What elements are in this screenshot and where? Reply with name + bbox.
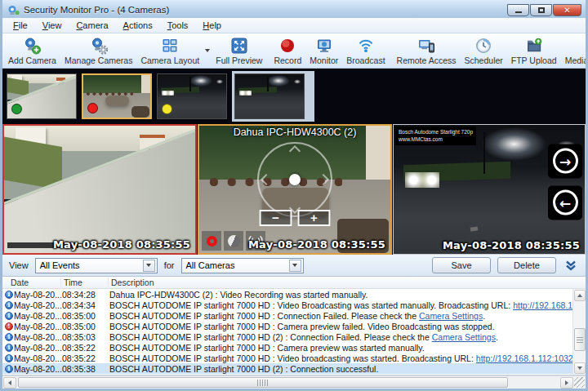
- event-row[interactable]: i May-08-20... 08:35:03 BOSCH AUTODOME I…: [2, 331, 572, 342]
- scroll-right-arrow-icon[interactable]: [560, 377, 573, 389]
- ptz-up-icon[interactable]: [289, 144, 301, 156]
- event-type-select[interactable]: All Events: [35, 258, 158, 273]
- info-icon: i: [5, 291, 13, 299]
- broadcast-icon: [357, 37, 375, 55]
- info-icon: i: [5, 301, 13, 309]
- event-row[interactable]: i May-08-20... 08:34:28 Dahua IPC-HDW430…: [2, 289, 572, 300]
- status-dot-green: [11, 104, 22, 114]
- info-icon: i: [5, 354, 13, 362]
- toolbar-label: Remote Access: [397, 56, 457, 65]
- column-header-description[interactable]: Description: [109, 278, 572, 287]
- menu-camera[interactable]: Camera: [69, 19, 115, 32]
- column-header-time[interactable]: Time: [61, 278, 109, 287]
- status-dot-red: [87, 103, 98, 113]
- scheduler-button[interactable]: Scheduler: [461, 34, 507, 67]
- event-row[interactable]: i May-08-20... 08:35:22 BOSCH AUTODOME I…: [2, 353, 572, 363]
- thumbnail-highlight-frame: [232, 71, 314, 122]
- menu-actions[interactable]: Actions: [116, 19, 160, 32]
- night-mode-button[interactable]: [224, 231, 243, 251]
- vertical-scrollbar-thumb[interactable]: [574, 328, 586, 351]
- zoom-out-button[interactable]: −: [260, 210, 292, 226]
- record-ring-icon: [207, 236, 217, 247]
- window-resize-grip[interactable]: [574, 377, 585, 388]
- full-preview-icon: [230, 37, 248, 55]
- thumbnail-street-night[interactable]: [157, 73, 227, 119]
- horizontal-scrollbar-thumb[interactable]: [18, 377, 508, 388]
- toolbar-label: Scheduler: [465, 56, 503, 65]
- full-preview-button[interactable]: Full Preview: [212, 34, 266, 67]
- broadcast-url-link[interactable]: http://192.168.1.112:1032: [476, 353, 572, 363]
- event-row[interactable]: ! May-08-20... 08:35:00 BOSCH AUTODOME I…: [2, 321, 572, 331]
- camera-layout-button[interactable]: Camera Layout: [136, 34, 203, 67]
- event-type-value: All Events: [40, 260, 80, 270]
- view-label: View: [9, 260, 29, 270]
- horizontal-scrollbar[interactable]: [2, 375, 586, 389]
- event-rows: i May-08-20... 08:34:28 Dahua IPC-HDW430…: [2, 289, 572, 375]
- minimize-button[interactable]: [507, 4, 529, 16]
- record-button[interactable]: Record: [270, 34, 305, 67]
- collapse-panel-chevron-icon[interactable]: [564, 260, 577, 271]
- ftp-upload-button[interactable]: FTP Upload: [507, 34, 561, 67]
- add-camera-button[interactable]: Add Camera: [4, 34, 60, 67]
- next-camera-button[interactable]: →: [548, 144, 582, 178]
- maximize-button[interactable]: [530, 4, 552, 16]
- menu-view[interactable]: View: [35, 19, 69, 32]
- camera-layout-dropdown-arrow-icon[interactable]: [203, 34, 212, 67]
- delete-button[interactable]: Delete: [497, 257, 556, 273]
- camera-settings-link[interactable]: Camera Settings: [419, 311, 483, 321]
- manage-cameras-button[interactable]: Manage Cameras: [60, 34, 136, 67]
- ptz-center-dot[interactable]: [289, 174, 301, 185]
- chevron-down-icon[interactable]: [289, 260, 301, 272]
- monitor-button[interactable]: Monitor: [305, 34, 342, 67]
- event-row[interactable]: i May-08-20... 08:35:22 BOSCH AUTODOME I…: [2, 342, 572, 353]
- remote-access-button[interactable]: Remote Access: [393, 34, 461, 67]
- moon-icon: [228, 235, 240, 247]
- toolbar-label: Media Analyzer: [565, 56, 588, 65]
- app-window: Security Monitor Pro - (4 Cameras) ✕ Fil…: [0, 0, 588, 391]
- scheduler-icon: [474, 37, 492, 55]
- alert-icon: !: [5, 322, 13, 331]
- add-camera-icon: [23, 37, 41, 55]
- broadcast-url-link[interactable]: http://192.168.1.112:1032: [513, 300, 572, 310]
- ptz-right-icon[interactable]: [318, 173, 329, 184]
- toolbar-label: Add Camera: [8, 56, 56, 65]
- media-analyzer-button[interactable]: Media Analyzer: [561, 34, 588, 67]
- chevron-down-icon[interactable]: [143, 260, 155, 272]
- record-toggle-button[interactable]: [202, 231, 221, 251]
- save-button[interactable]: Save: [432, 257, 491, 273]
- remote-access-icon: [417, 37, 435, 55]
- ptz-left-icon[interactable]: [261, 173, 272, 184]
- close-button[interactable]: ✕: [553, 4, 581, 16]
- broadcast-button[interactable]: Broadcast: [342, 34, 389, 67]
- scroll-down-arrow-icon[interactable]: [574, 362, 586, 374]
- thumbnail-patio[interactable]: [82, 73, 152, 119]
- previous-camera-button[interactable]: ←: [548, 185, 582, 220]
- event-row-selected[interactable]: i May-08-20... 08:35:38 BOSCH AUTODOME I…: [2, 363, 572, 374]
- scroll-up-arrow-icon[interactable]: [574, 290, 586, 301]
- camera-view-canal-bridge[interactable]: May-08-2018 08:35:55: [2, 124, 197, 255]
- camera-grid: May-08-2018 08:35:55 Dahua IPC-HDW4300C …: [2, 124, 586, 255]
- event-row[interactable]: i May-08-20... 08:34:34 BOSCH AUTODOME I…: [2, 300, 572, 310]
- info-icon: i: [5, 365, 13, 373]
- menu-help[interactable]: Help: [195, 19, 229, 32]
- menu-file[interactable]: File: [6, 19, 35, 32]
- vertical-scrollbar[interactable]: [572, 289, 586, 375]
- status-dot-yellow: [162, 104, 172, 114]
- camera-view-patio[interactable]: Dahua IPC-HDW4300C (2) − + May-08-2018 0…: [198, 124, 392, 255]
- camera-settings-link[interactable]: Camera Settings: [432, 332, 496, 342]
- toolbar-label: Manage Cameras: [65, 56, 132, 65]
- camera-osd-text: Bosch Autodome Starlight 720p www.MMCtas…: [395, 127, 476, 145]
- event-row[interactable]: i May-08-20... 08:35:00 BOSCH AUTODOME I…: [2, 310, 572, 321]
- column-header-date[interactable]: Date: [2, 278, 61, 287]
- thumbnail-canal-bridge[interactable]: [7, 73, 77, 119]
- menu-bar: File View Camera Actions Tools Help: [2, 18, 586, 33]
- zoom-in-button[interactable]: +: [298, 210, 331, 226]
- toolbar-label: Monitor: [310, 56, 338, 65]
- title-bar: Security Monitor Pro - (4 Cameras) ✕: [2, 0, 586, 18]
- ptz-control-ring[interactable]: [257, 142, 332, 217]
- camera-filter-select[interactable]: All Cameras: [181, 258, 304, 273]
- camera-view-street-night[interactable]: Bosch Autodome Starlight 720p www.MMCtas…: [393, 124, 586, 255]
- thumbnail-street-night-2[interactable]: [234, 73, 305, 119]
- scroll-left-arrow-icon[interactable]: [3, 377, 16, 389]
- menu-tools[interactable]: Tools: [160, 19, 196, 32]
